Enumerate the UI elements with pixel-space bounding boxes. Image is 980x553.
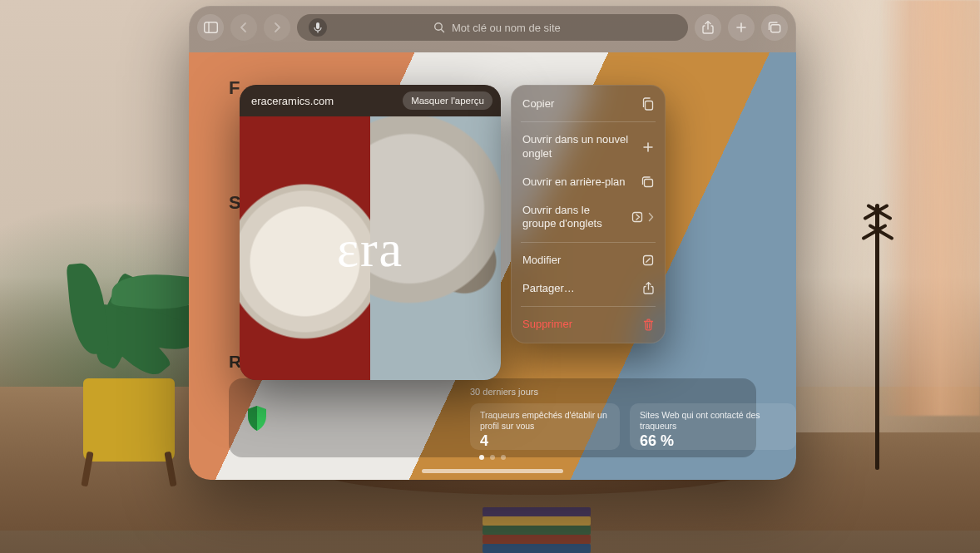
- menu-copy[interactable]: Copier: [511, 90, 666, 118]
- microphone-icon[interactable]: [309, 18, 327, 37]
- sites-contacted-card[interactable]: Sites Web qui ont contacté des traqueurs…: [630, 403, 796, 450]
- page-dots[interactable]: [479, 455, 506, 460]
- preview-thumbnail[interactable]: εra: [240, 116, 501, 380]
- forward-button[interactable]: [264, 14, 290, 41]
- menu-open-tab-group-label: Ouvrir dans le groupe d'onglets: [522, 204, 620, 231]
- search-icon: [433, 22, 445, 33]
- menu-open-tab-group[interactable]: Ouvrir dans le groupe d'onglets: [511, 196, 666, 239]
- privacy-report-card[interactable]: 30 derniers jours Traqueurs empêchés d'é…: [229, 378, 756, 457]
- tabs-overview-button[interactable]: [761, 14, 788, 41]
- menu-share-label: Partager…: [522, 282, 631, 295]
- back-button[interactable]: [230, 14, 257, 41]
- trackers-label: Traqueurs empêchés d'établir un profil s…: [480, 410, 610, 431]
- svg-line-5: [442, 30, 444, 32]
- menu-delete-label: Supprimer: [522, 318, 631, 331]
- menu-open-background[interactable]: Ouvrir en arrière-plan: [511, 168, 666, 196]
- svg-rect-12: [645, 179, 653, 186]
- menu-open-new-tab[interactable]: Ouvrir dans un nouvel onglet: [511, 126, 666, 168]
- copy-icon: [639, 97, 654, 111]
- site-logo-text: εra: [337, 219, 403, 278]
- new-tab-button[interactable]: [728, 14, 755, 41]
- svg-rect-0: [204, 22, 217, 33]
- home-indicator[interactable]: [422, 469, 563, 473]
- svg-rect-9: [646, 101, 653, 111]
- chevron-right-icon: [648, 212, 654, 222]
- trackers-value: 4: [480, 432, 610, 450]
- menu-open-background-label: Ouvrir en arrière-plan: [522, 175, 631, 189]
- svg-rect-13: [633, 213, 642, 222]
- sites-value: 66 %: [640, 432, 786, 450]
- link-preview-card: eraceramics.com Masquer l'aperçu εra: [240, 85, 501, 380]
- svg-rect-2: [316, 22, 319, 29]
- menu-open-new-tab-label: Ouvrir dans un nouvel onglet: [522, 133, 631, 160]
- share-icon: [639, 282, 654, 294]
- hide-preview-button[interactable]: Masquer l'aperçu: [403, 91, 492, 110]
- tabs-icon: [639, 176, 654, 188]
- sites-label: Sites Web qui ont contacté des traqueurs: [640, 410, 786, 431]
- privacy-time-range: 30 derniers jours: [470, 387, 538, 397]
- menu-edit[interactable]: Modifier: [511, 246, 666, 274]
- shield-icon: [240, 404, 274, 432]
- menu-share[interactable]: Partager…: [511, 274, 666, 303]
- plus-icon: [639, 141, 654, 153]
- share-button[interactable]: [695, 14, 721, 41]
- open-in-icon: [628, 211, 643, 223]
- coat-rack: [864, 204, 888, 470]
- preview-header: eraceramics.com Masquer l'aperçu: [240, 85, 501, 116]
- browser-toolbar: Mot clé ou nom de site: [197, 13, 788, 42]
- edit-icon: [639, 254, 654, 266]
- context-menu: Copier Ouvrir dans un nouvel onglet Ouvr…: [511, 85, 666, 343]
- preview-domain: eraceramics.com: [251, 95, 334, 107]
- curtain: [880, 0, 980, 416]
- favorites-heading: F: [229, 77, 240, 99]
- trash-icon: [639, 318, 654, 331]
- trackers-blocked-card[interactable]: Traqueurs empêchés d'établir un profil s…: [470, 403, 620, 450]
- sidebar-toggle-button[interactable]: [197, 14, 224, 41]
- menu-delete[interactable]: Supprimer: [511, 310, 666, 338]
- menu-edit-label: Modifier: [522, 254, 631, 267]
- menu-copy-label: Copier: [522, 97, 631, 111]
- address-placeholder: Mot clé ou nom de site: [452, 22, 561, 34]
- svg-rect-8: [771, 25, 780, 32]
- address-bar[interactable]: Mot clé ou nom de site: [297, 14, 688, 41]
